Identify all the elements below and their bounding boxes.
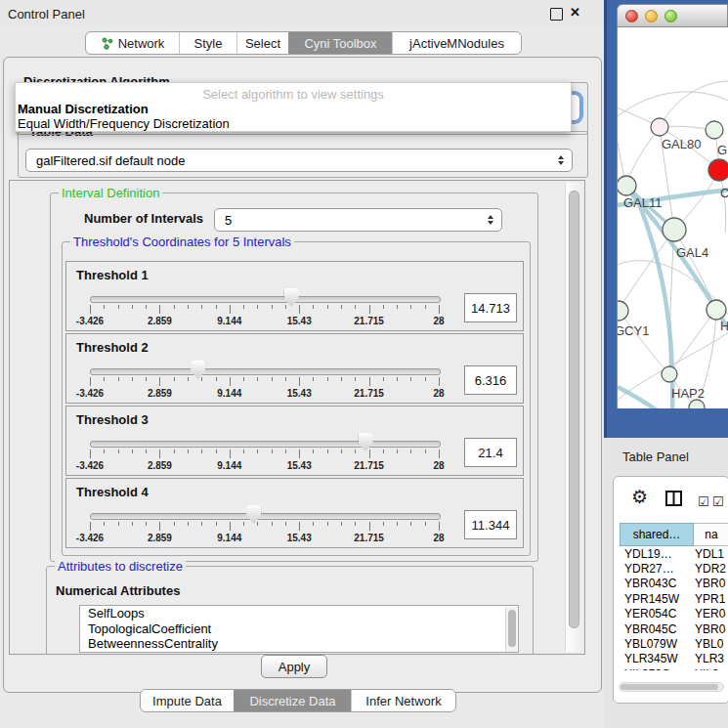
checkbox-icon-1[interactable]: ☑ [698, 495, 709, 508]
threshold-4-slider-track[interactable] [90, 513, 441, 520]
threshold-3-label: Threshold 3 [76, 412, 149, 427]
slider-scale-labels: -3.4262.8599.14415.4321.71528 [90, 533, 439, 543]
float-window-icon[interactable] [550, 8, 563, 21]
apply-button[interactable]: Apply [261, 655, 327, 678]
node-hap2 [662, 366, 677, 382]
threshold-1-panel: Threshold 1 -3.4262.8599.14415.4321.7152… [65, 261, 524, 331]
tab-cyni-toolbox[interactable]: Cyni Toolbox [288, 32, 392, 54]
node-gal11 [618, 176, 636, 195]
combo-arrows-icon [488, 215, 493, 225]
threshold-3-slider-track[interactable] [90, 441, 441, 448]
node-table-header: shared… na [620, 523, 728, 546]
tab-jactivemnodules[interactable]: jActiveMNodules [392, 32, 521, 54]
threshold-1-slider-track[interactable] [90, 296, 441, 303]
node-label-gal80: GAL80 [662, 137, 701, 151]
list-item-betweennesscentrality[interactable]: BetweennessCentrality [80, 636, 518, 652]
slider-ticks [90, 305, 439, 315]
tab-infer-network[interactable]: Infer Network [351, 690, 455, 711]
table-row[interactable]: YLR345WYLR3 [620, 652, 728, 666]
node-label-hap2: HAP2 [671, 386, 705, 401]
number-of-intervals-label: Number of Intervals [84, 211, 203, 226]
threshold-2-slider-track[interactable] [90, 368, 441, 375]
node-label-h: H [720, 319, 728, 333]
list-item-selfloops[interactable]: SelfLoops [80, 606, 518, 621]
interval-definition-title: Interval Definition [59, 186, 162, 200]
threshold-2-panel: Threshold 2 -3.4262.8599.14415.4321.7152… [65, 333, 524, 404]
settings-scrollbar-thumb[interactable] [569, 191, 579, 628]
node-table-rows: YDL19…YDL1YDR27…YDR2YBR043CYBR0YPR145WYP… [620, 546, 728, 670]
number-of-intervals-combobox[interactable]: 5 [214, 208, 502, 232]
threshold-2-label: Threshold 2 [76, 340, 149, 355]
slider-scale-labels: -3.4262.8599.14415.4321.71528 [90, 460, 439, 471]
close-icon[interactable]: ✕ [570, 5, 580, 20]
table-row[interactable]: YBR045CYBR0 [620, 621, 728, 636]
node-h-cut [707, 300, 726, 320]
table-row[interactable]: YBL079WYBL0 [620, 636, 728, 651]
threshold-1-label: Threshold 1 [76, 268, 149, 282]
table-row[interactable]: YBR043CYBR0 [620, 577, 728, 591]
node-label-gcy1: GCY1 [618, 323, 649, 338]
threshold-4-label: Threshold 4 [76, 485, 149, 499]
column-header-name[interactable]: na [694, 523, 728, 546]
control-panel-title: Control Panel [8, 7, 85, 21]
table-row[interactable]: YDL19…YDL1 [620, 546, 728, 561]
node-label-g: G. [717, 143, 728, 157]
tab-select[interactable]: Select [236, 32, 288, 54]
control-panel-tabs: Network Style Select Cyni Toolbox jActiv… [85, 31, 522, 55]
slider-ticks [90, 450, 439, 459]
close-traffic-light-icon[interactable] [625, 10, 638, 22]
node-bottom-cut [689, 400, 705, 408]
numerical-attributes-label: Numerical Attributes [56, 583, 180, 598]
table-data-combobox[interactable]: galFiltered.sif default node [25, 149, 573, 172]
control-panel-titlebar: Control Panel [0, 0, 604, 27]
tab-impute-data[interactable]: Impute Data [141, 690, 234, 711]
threshold-3-panel: Threshold 3 -3.4262.8599.14415.4321.7152… [65, 406, 524, 476]
slider-scale-labels: -3.4262.8599.14415.4321.71528 [90, 388, 439, 399]
settings-scrollpane: Interval Definition Number of Intervals … [9, 180, 585, 655]
node-label-gal11: GAL11 [623, 195, 663, 210]
node-g-cut [706, 121, 723, 139]
threshold-2-value-field[interactable]: 6.316 [464, 365, 517, 395]
gear-icon[interactable]: ⚙ [631, 488, 648, 506]
column-header-shared[interactable]: shared… [620, 523, 694, 546]
minimize-traffic-light-icon[interactable] [645, 10, 658, 22]
tab-network-label: Network [118, 36, 165, 51]
network-graph: GAL80 G. C GAL11 GAL4 GCY1 H HAP2 [618, 27, 728, 408]
table-data-selected: galFiltered.sif default node [36, 153, 185, 168]
zoom-traffic-light-icon[interactable] [664, 10, 677, 22]
number-of-intervals-value: 5 [225, 213, 232, 228]
table-panel-title: Table Panel [622, 450, 689, 464]
table-hscrollbar-thumb[interactable] [621, 684, 718, 690]
node-label-gal4: GAL4 [676, 245, 708, 260]
tab-style[interactable]: Style [179, 32, 236, 54]
tab-discretize-data[interactable]: Discretize Data [234, 690, 351, 711]
table-hscrollbar-track[interactable] [619, 682, 724, 692]
list-item-topologicalcoefficient[interactable]: TopologicalCoefficient [80, 621, 518, 637]
popup-item-equal-width-frequency[interactable]: Equal Width/Frequency Discretization [18, 116, 230, 131]
threshold-4-value-field[interactable]: 11.344 [464, 510, 517, 539]
tab-network[interactable]: Network [86, 32, 179, 54]
node-gcy1 [618, 301, 628, 321]
popup-item-manual-discretization[interactable]: Manual Discretization [18, 102, 149, 116]
list-scrollbar-thumb[interactable] [508, 610, 516, 647]
numerical-attributes-list[interactable]: SelfLoops TopologicalCoefficient Between… [79, 605, 519, 653]
node-gal80 [651, 118, 668, 136]
table-row[interactable]: YIL052CYIL0 [620, 666, 728, 670]
node-table-card: ⚙ ☑ ☑ shared… na YDL19…YDL1YDR27…YDR2YBR… [613, 476, 728, 704]
threshold-1-value-field[interactable]: 14.713 [464, 293, 517, 322]
slider-ticks [90, 522, 439, 532]
checkbox-icon-2[interactable]: ☑ [712, 495, 724, 508]
cyni-bottom-tabs: Impute Data Discretize Data Infer Networ… [140, 689, 456, 712]
split-columns-icon[interactable] [665, 491, 682, 506]
node-label-c: C [720, 186, 728, 200]
popup-hint: Select algorithm to view settings [16, 87, 571, 102]
table-row[interactable]: YDR27…YDR2 [620, 561, 728, 576]
thresholds-group-title: Threshold's Coordinates for 5 Intervals [70, 235, 294, 249]
slider-ticks [90, 377, 439, 387]
node-gal4 [663, 218, 686, 241]
network-window-titlebar[interactable] [617, 4, 728, 27]
threshold-3-value-field[interactable]: 21.4 [464, 438, 517, 467]
network-view-canvas[interactable]: GAL80 G. C GAL11 GAL4 GCY1 H HAP2 [617, 27, 728, 408]
table-row[interactable]: YER054CYER0 [620, 607, 728, 621]
table-row[interactable]: YPR145WYPR1 [620, 591, 728, 606]
